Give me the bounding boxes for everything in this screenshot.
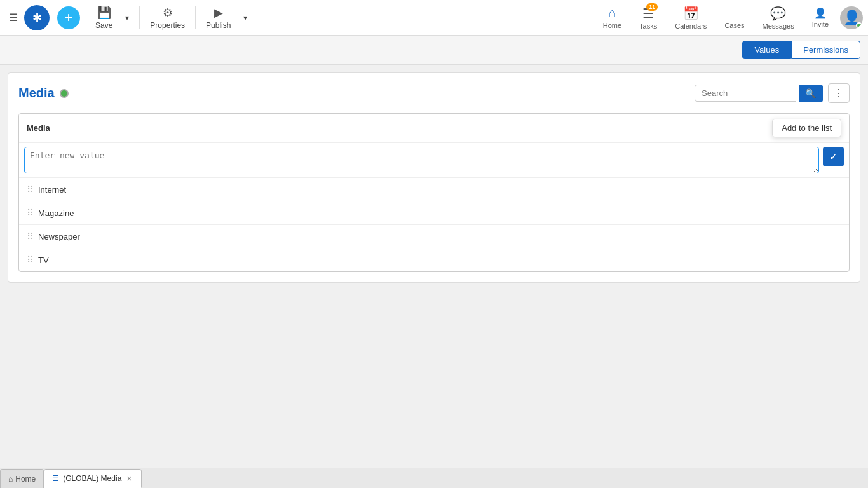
publish-dropdown-button[interactable]: ▾ bbox=[238, 11, 252, 25]
toolbar-left: ☰ ✱ + 💾 Save ▾ ⚙ Properties ▶ Publish ▾ bbox=[5, 3, 252, 32]
card-header: Media 🔍 ⋮ bbox=[18, 83, 850, 103]
toolbar-divider-2 bbox=[195, 6, 196, 29]
save-dropdown-icon: ▾ bbox=[125, 13, 129, 22]
card-search-wrap: 🔍 ⋮ bbox=[695, 83, 850, 103]
nav-messages-button[interactable]: 💬 Messages bbox=[756, 3, 801, 32]
new-value-row: ✓ bbox=[19, 143, 849, 178]
bottom-tab-media-icon: ☰ bbox=[52, 474, 59, 483]
nav-invite-button[interactable]: 👤 Invite bbox=[806, 4, 835, 30]
properties-icon: ⚙ bbox=[163, 6, 173, 20]
home-icon: ⌂ bbox=[608, 6, 616, 20]
list-items: ⠿ Internet ⠿ Magazine ⠿ Newspaper ⠿ TV bbox=[19, 178, 849, 271]
online-indicator bbox=[856, 22, 862, 29]
bottom-tab-home[interactable]: ⌂ Home bbox=[0, 469, 44, 488]
values-tab[interactable]: Values bbox=[742, 41, 791, 59]
bottom-home-icon: ⌂ bbox=[8, 475, 13, 484]
user-avatar-button[interactable]: 👤 bbox=[840, 6, 863, 29]
bottom-tab-global-media[interactable]: ☰ (GLOBAL) Media × bbox=[44, 469, 141, 488]
save-label: Save bbox=[95, 21, 112, 30]
properties-label: Properties bbox=[150, 21, 185, 30]
cases-label: Cases bbox=[724, 22, 744, 29]
bottom-tab-media-label: (GLOBAL) Media bbox=[63, 474, 121, 483]
drag-handle-icon: ⠿ bbox=[27, 184, 33, 194]
logo-icon: ✱ bbox=[32, 11, 42, 25]
publish-label: Publish bbox=[206, 21, 231, 30]
messages-label: Messages bbox=[763, 22, 794, 30]
nav-home-button[interactable]: ⌂ Home bbox=[597, 3, 628, 32]
nav-cases-button[interactable]: □ Cases bbox=[718, 3, 750, 32]
calendars-label: Calendars bbox=[675, 22, 707, 30]
content-panel: Media 🔍 ⋮ Media bbox=[0, 65, 868, 468]
publish-button[interactable]: ▶ Publish bbox=[201, 3, 236, 32]
nav-calendars-button[interactable]: 📅 Calendars bbox=[668, 3, 713, 32]
list-item-label: Newspaper bbox=[38, 232, 80, 241]
invite-icon: 👤 bbox=[814, 7, 827, 19]
add-to-list-label: Add to the list bbox=[782, 123, 832, 133]
bottom-tab-close-button[interactable]: × bbox=[125, 473, 133, 484]
properties-button[interactable]: ⚙ Properties bbox=[145, 3, 190, 32]
bottom-tabs: ⌂ Home ☰ (GLOBAL) Media × bbox=[0, 468, 868, 488]
nav-tasks-button[interactable]: ☰ 11 Tasks bbox=[633, 3, 663, 32]
publish-dropdown-icon: ▾ bbox=[243, 13, 247, 22]
confirm-icon: ✓ bbox=[829, 151, 837, 162]
status-dot bbox=[60, 89, 69, 98]
card-title-wrap: Media bbox=[18, 86, 69, 100]
save-icon: 💾 bbox=[97, 6, 111, 20]
card-title: Media bbox=[18, 86, 55, 100]
search-input[interactable] bbox=[695, 85, 796, 102]
confirm-add-button[interactable]: ✓ bbox=[823, 147, 844, 166]
permissions-tab[interactable]: Permissions bbox=[791, 41, 860, 59]
list-item-label: Magazine bbox=[38, 208, 74, 218]
save-button[interactable]: 💾 Save bbox=[90, 3, 118, 32]
list-card-title: Media bbox=[27, 123, 50, 133]
home-label: Home bbox=[603, 22, 621, 29]
cases-icon: □ bbox=[731, 6, 738, 20]
new-value-input[interactable] bbox=[24, 147, 819, 173]
drag-handle-icon: ⠿ bbox=[27, 208, 33, 218]
tasks-badge-wrap: ☰ 11 bbox=[642, 6, 654, 21]
hamburger-icon: ☰ bbox=[9, 12, 18, 23]
add-button[interactable]: + bbox=[57, 6, 80, 29]
list-item: ⠿ Magazine bbox=[19, 201, 849, 225]
more-options-icon: ⋮ bbox=[834, 88, 844, 98]
add-icon: + bbox=[65, 10, 73, 26]
messages-icon: 💬 bbox=[770, 6, 786, 21]
drag-handle-icon: ⠿ bbox=[27, 255, 33, 265]
logo-button[interactable]: ✱ bbox=[24, 5, 50, 30]
list-item: ⠿ Internet bbox=[19, 178, 849, 201]
media-card: Media 🔍 ⋮ Media bbox=[8, 72, 860, 283]
list-item: ⠿ TV bbox=[19, 248, 849, 271]
more-options-button[interactable]: ⋮ bbox=[828, 83, 850, 103]
toolbar: ☰ ✱ + 💾 Save ▾ ⚙ Properties ▶ Publish ▾ bbox=[0, 0, 868, 36]
list-item-label: Internet bbox=[38, 185, 66, 194]
tasks-badge: 11 bbox=[646, 3, 658, 11]
invite-label: Invite bbox=[812, 20, 829, 28]
calendars-icon: 📅 bbox=[683, 6, 699, 21]
save-dropdown-button[interactable]: ▾ bbox=[120, 11, 134, 25]
bottom-home-label: Home bbox=[15, 475, 36, 484]
view-tabs: Values Permissions bbox=[0, 36, 868, 65]
list-item: ⠿ Newspaper bbox=[19, 225, 849, 248]
toolbar-right: ⌂ Home ☰ 11 Tasks 📅 Calendars □ Cases 💬 … bbox=[597, 3, 863, 32]
list-item-label: TV bbox=[38, 255, 49, 265]
hamburger-button[interactable]: ☰ bbox=[5, 8, 22, 27]
search-icon: 🔍 bbox=[805, 88, 816, 98]
add-to-list-tooltip: Add to the list bbox=[772, 119, 841, 137]
publish-icon: ▶ bbox=[214, 6, 223, 20]
list-card-header: Media Add to the list bbox=[19, 114, 849, 143]
toolbar-divider-1 bbox=[139, 6, 140, 29]
search-button[interactable]: 🔍 bbox=[799, 85, 823, 102]
tasks-label: Tasks bbox=[639, 22, 657, 30]
main-content: Values Permissions Media 🔍 ⋮ bbox=[0, 36, 868, 468]
list-card: Media Add to the list ✓ ⠿ Internet ⠿ bbox=[18, 113, 850, 272]
drag-handle-icon: ⠿ bbox=[27, 231, 33, 241]
